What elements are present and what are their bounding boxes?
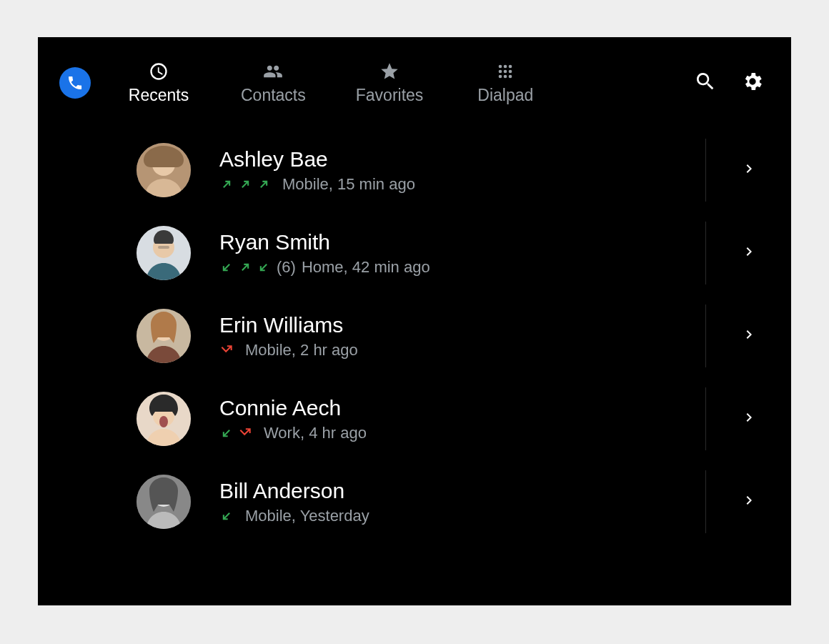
svg-rect-13: [158, 246, 169, 249]
call-subline: Mobile, Yesterday: [219, 507, 705, 525]
call-subline: Mobile, 2 hr ago: [219, 341, 705, 360]
call-detail: Mobile, Yesterday: [245, 507, 369, 525]
call-info: Erin Williams Mobile, 2 hr ago: [219, 313, 705, 360]
recents-list: Ashley Bae Mobile, 15 min ago Ryan Smith: [38, 129, 791, 543]
phone-app-screen: Recents Contacts Favorites Dialpad: [38, 37, 791, 605]
avatar: [136, 226, 191, 280]
call-detail-button[interactable]: [705, 304, 791, 367]
chevron-right-icon: [740, 326, 758, 346]
call-missed-icon: [219, 343, 234, 357]
call-missed-icon: [238, 426, 252, 440]
avatar: [136, 475, 191, 529]
call-direction-icons: [219, 343, 234, 357]
call-row[interactable]: Ryan Smith (6) Home, 42 min ago: [136, 212, 791, 294]
svg-point-4: [504, 69, 507, 73]
svg-point-6: [499, 74, 502, 78]
call-detail: Home, 42 min ago: [302, 258, 430, 277]
contact-name: Connie Aech: [219, 396, 705, 420]
avatar: [136, 143, 191, 197]
call-detail: Mobile, 15 min ago: [282, 175, 415, 194]
tab-label: Favorites: [356, 86, 424, 105]
call-direction-icons: [219, 509, 234, 523]
call-direction-icons: [219, 426, 252, 440]
contact-name: Erin Williams: [219, 313, 705, 337]
chevron-right-icon: [740, 409, 758, 429]
tab-bar: Recents Contacts Favorites Dialpad: [126, 61, 537, 105]
tab-contacts[interactable]: Contacts: [241, 61, 306, 105]
tab-recents[interactable]: Recents: [126, 61, 191, 105]
contact-name: Ryan Smith: [219, 230, 705, 254]
call-info: Ashley Bae Mobile, 15 min ago: [219, 147, 705, 194]
topbar-actions: [691, 69, 767, 97]
call-out-icon: [238, 177, 252, 192]
tab-favorites[interactable]: Favorites: [356, 61, 424, 105]
tab-dialpad[interactable]: Dialpad: [473, 61, 537, 105]
call-subline: Work, 4 hr ago: [219, 424, 705, 442]
chevron-right-icon: [740, 160, 758, 180]
call-direction-icons: [219, 177, 271, 192]
gear-icon: [741, 70, 764, 96]
people-icon: [263, 61, 283, 81]
call-out-icon: [219, 177, 234, 192]
tab-label: Dialpad: [477, 86, 533, 105]
search-icon: [694, 70, 717, 96]
call-row[interactable]: Connie Aech Work, 4 hr ago: [136, 377, 791, 460]
call-subline: (6) Home, 42 min ago: [219, 258, 705, 277]
chevron-right-icon: [740, 492, 758, 512]
call-out-icon: [257, 177, 271, 192]
svg-point-8: [509, 74, 512, 78]
top-bar: Recents Contacts Favorites Dialpad: [38, 37, 791, 129]
call-in-icon: [219, 509, 234, 523]
call-detail-button[interactable]: [705, 470, 791, 533]
dialpad-icon: [495, 61, 515, 81]
chevron-right-icon: [740, 243, 758, 263]
call-in-icon: [257, 260, 271, 274]
svg-point-7: [504, 74, 507, 78]
svg-point-5: [509, 69, 512, 73]
call-info: Connie Aech Work, 4 hr ago: [219, 396, 705, 442]
call-direction-icons: [219, 260, 271, 274]
search-button[interactable]: [691, 69, 720, 97]
svg-point-3: [499, 69, 502, 73]
svg-point-0: [499, 64, 502, 68]
svg-point-18: [159, 416, 168, 427]
call-row[interactable]: Erin Williams Mobile, 2 hr ago: [136, 294, 791, 377]
svg-point-2: [509, 64, 512, 68]
phone-app-icon[interactable]: [59, 67, 91, 99]
call-detail-button[interactable]: [705, 387, 791, 450]
avatar: [136, 392, 191, 446]
call-row[interactable]: Bill Anderson Mobile, Yesterday: [136, 460, 791, 543]
star-icon: [379, 61, 399, 81]
tab-label: Contacts: [241, 86, 306, 105]
call-row[interactable]: Ashley Bae Mobile, 15 min ago: [136, 129, 791, 212]
call-detail: Work, 4 hr ago: [264, 424, 367, 442]
settings-button[interactable]: [738, 69, 767, 97]
call-detail-button[interactable]: [705, 139, 791, 202]
contact-name: Bill Anderson: [219, 479, 705, 502]
call-detail: Mobile, 2 hr ago: [245, 341, 358, 360]
call-info: Ryan Smith (6) Home, 42 min ago: [219, 230, 705, 277]
call-count: (6): [277, 258, 296, 277]
call-in-icon: [219, 260, 234, 274]
call-detail-button[interactable]: [705, 222, 791, 284]
contact-name: Ashley Bae: [219, 147, 705, 171]
svg-point-1: [504, 64, 507, 68]
avatar: [136, 309, 191, 363]
tab-label: Recents: [129, 86, 189, 105]
call-subline: Mobile, 15 min ago: [219, 175, 705, 194]
call-out-icon: [238, 260, 252, 274]
clock-icon: [149, 61, 169, 81]
call-info: Bill Anderson Mobile, Yesterday: [219, 479, 705, 525]
call-in-icon: [219, 426, 234, 440]
